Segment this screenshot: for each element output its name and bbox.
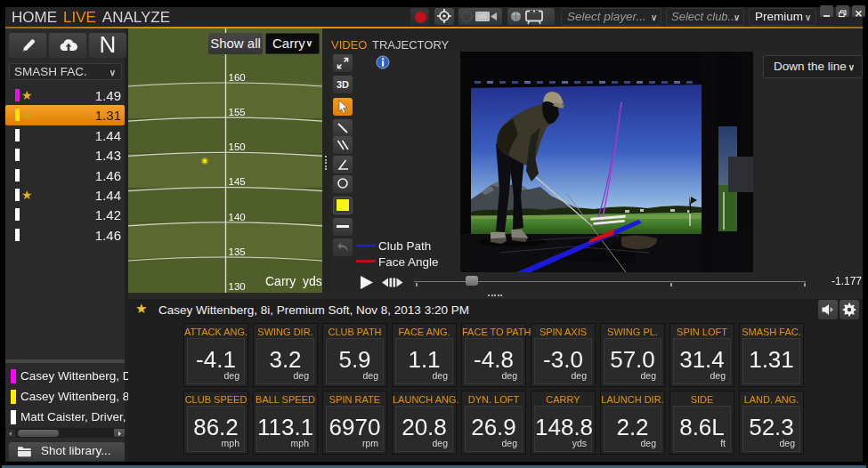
svg-text:155: 155 [229,107,246,117]
svg-text:160: 160 [229,72,246,83]
svg-text:135: 135 [229,246,246,257]
svg-text:150: 150 [229,141,246,152]
svg-text:130: 130 [229,281,246,292]
svg-text:Carry yds: Carry yds [265,274,322,288]
svg-text:145: 145 [229,176,246,187]
svg-text:140: 140 [229,212,246,222]
